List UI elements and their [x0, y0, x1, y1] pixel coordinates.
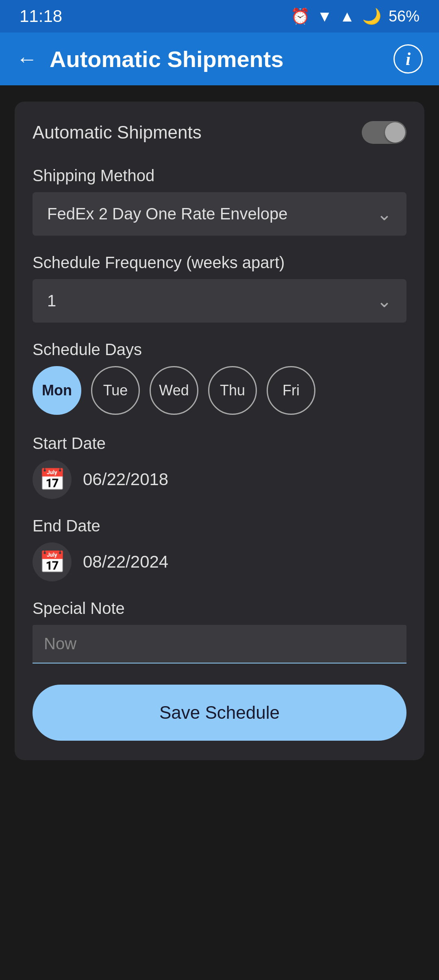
save-schedule-button[interactable]: Save Schedule — [33, 685, 406, 741]
day-mon[interactable]: Mon — [33, 366, 81, 415]
info-icon: i — [406, 49, 411, 69]
day-tue[interactable]: Tue — [91, 366, 140, 415]
toggle-thumb — [385, 122, 405, 143]
start-date-row: 📅 06/22/2018 — [33, 460, 406, 499]
day-wed[interactable]: Wed — [150, 366, 198, 415]
start-date-label: Start Date — [33, 434, 406, 453]
toggle-row: Automatic Shipments — [33, 121, 406, 144]
schedule-frequency-section: Schedule Frequency (weeks apart) 1 ⌄ — [33, 254, 406, 323]
end-date-row: 📅 08/22/2024 — [33, 542, 406, 581]
schedule-frequency-chevron-icon: ⌄ — [377, 291, 392, 311]
shipping-method-dropdown[interactable]: FedEx 2 Day One Rate Envelope ⌄ — [33, 192, 406, 236]
signal-icon: ▲ — [339, 8, 355, 25]
app-bar: ← Automatic Shipments i — [0, 33, 439, 85]
back-button[interactable]: ← — [16, 47, 37, 71]
special-note-section: Special Note — [33, 599, 406, 663]
alarm-icon: ⏰ — [291, 7, 310, 25]
end-date-section: End Date 📅 08/22/2024 — [33, 517, 406, 581]
schedule-frequency-value: 1 — [47, 292, 56, 310]
start-date-value: 06/22/2018 — [83, 470, 168, 489]
day-thu[interactable]: Thu — [208, 366, 257, 415]
schedule-frequency-label: Schedule Frequency (weeks apart) — [33, 254, 406, 272]
battery-icon: 🌙 — [362, 7, 381, 25]
page-title: Automatic Shipments — [50, 46, 381, 72]
status-icons: ⏰ ▼ ▲ 🌙 56% — [291, 7, 419, 25]
settings-card: Automatic Shipments Shipping Method FedE… — [15, 102, 424, 760]
shipping-method-chevron-icon: ⌄ — [377, 204, 392, 224]
start-date-picker-button[interactable]: 📅 — [33, 460, 72, 499]
schedule-days-label: Schedule Days — [33, 340, 406, 359]
day-fri[interactable]: Fri — [267, 366, 315, 415]
end-date-label: End Date — [33, 517, 406, 535]
status-time: 11:18 — [20, 7, 62, 26]
bottom-space — [0, 776, 439, 980]
info-button[interactable]: i — [393, 44, 423, 74]
special-note-input[interactable] — [33, 625, 406, 663]
start-date-section: Start Date 📅 06/22/2018 — [33, 434, 406, 499]
toggle-label: Automatic Shipments — [33, 122, 202, 143]
status-bar: 11:18 ⏰ ▼ ▲ 🌙 56% — [0, 0, 439, 33]
main-content: Automatic Shipments Shipping Method FedE… — [0, 85, 439, 776]
schedule-days-section: Schedule Days MonTueWedThuFri — [33, 340, 406, 415]
automatic-shipments-toggle[interactable] — [362, 121, 406, 144]
special-note-label: Special Note — [33, 599, 406, 618]
wifi-icon: ▼ — [317, 8, 333, 25]
end-date-value: 08/22/2024 — [83, 552, 168, 572]
shipping-method-section: Shipping Method FedEx 2 Day One Rate Env… — [33, 167, 406, 236]
end-date-picker-button[interactable]: 📅 — [33, 542, 72, 581]
schedule-frequency-dropdown[interactable]: 1 ⌄ — [33, 279, 406, 323]
calendar-icon-end: 📅 — [39, 550, 65, 575]
days-row: MonTueWedThuFri — [33, 366, 406, 415]
battery-percent: 56% — [389, 8, 419, 25]
calendar-icon: 📅 — [39, 467, 65, 492]
shipping-method-label: Shipping Method — [33, 167, 406, 185]
shipping-method-value: FedEx 2 Day One Rate Envelope — [47, 205, 287, 223]
